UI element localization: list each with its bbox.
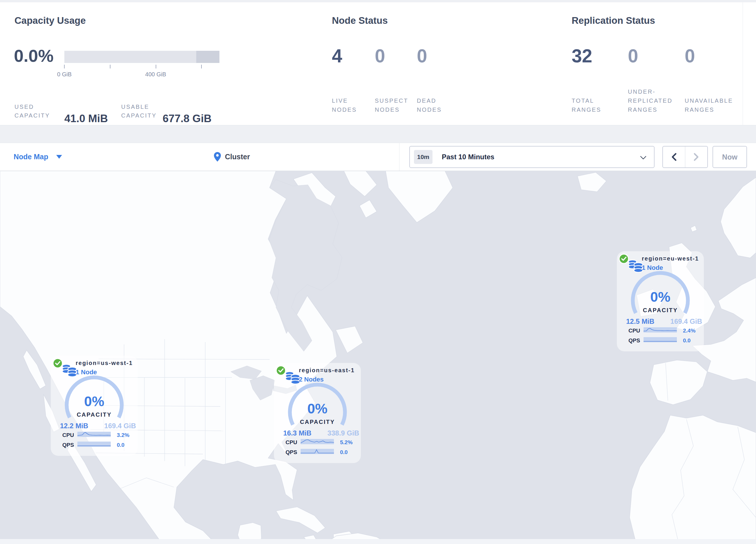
locality-capacity-percent: 0% [274, 401, 361, 417]
capacity-axis-tick [64, 65, 65, 68]
toolbar-divider [399, 143, 399, 170]
cpu-label: CPU [62, 432, 74, 438]
now-button[interactable]: Now [713, 146, 747, 168]
chevron-down-icon [640, 156, 646, 159]
view-selector-label: Node Map [14, 153, 48, 161]
time-step-buttons [662, 146, 708, 168]
capacity-axis-label-400: 400 GiB [138, 71, 173, 78]
time-back-button[interactable] [663, 146, 685, 167]
capacity-axis-tick [201, 65, 202, 68]
under-replicated-ranges-label: UNDER-REPLICATED RANGES [628, 86, 674, 114]
database-stack-icon [627, 257, 644, 273]
node-map: region=us-west-1 1 Node 0% CAPACITY 12.2… [0, 171, 756, 544]
locality-capacity-label: CAPACITY [51, 411, 138, 418]
qps-label: QPS [286, 449, 297, 456]
locality-node-count: 1 Node [76, 369, 97, 376]
locality-total-capacity: 338.9 GiB [328, 429, 359, 437]
locality-used-capacity: 12.5 MiB [626, 318, 654, 326]
cpu-label: CPU [286, 439, 297, 446]
locality-region-label: region=us-west-1 [76, 360, 133, 367]
suspect-nodes-count: 0 [375, 45, 385, 67]
qps-value: 0.0 [117, 442, 124, 448]
cluster-summary-panel: Capacity Usage 0.0% 0 GiB 400 GiB USED C… [0, 2, 756, 125]
capacity-percent: 0.0% [14, 46, 54, 66]
locality-node-count: 2 Nodes [299, 376, 324, 383]
locality-marker-eu-west-1[interactable]: region=eu-west-1 1 Node 0% CAPACITY 12.5… [617, 251, 704, 351]
qps-value: 0.0 [683, 338, 690, 344]
locality-total-capacity: 169.4 GiB [104, 422, 136, 430]
database-stack-icon [61, 362, 77, 377]
qps-sparkline [77, 441, 111, 447]
total-ranges-label: TOTAL RANGES [572, 86, 607, 114]
suspect-nodes-label: SUSPECT NODES [375, 86, 410, 114]
locality-region-label: region=eu-west-1 [642, 255, 699, 262]
capacity-axis-tick [110, 65, 110, 68]
qps-label: QPS [62, 442, 74, 448]
map-pin-icon [214, 152, 221, 162]
dead-nodes-label: DEAD NODES [417, 86, 449, 114]
capacity-bar-reserved-segment [196, 51, 219, 63]
live-nodes-count: 4 [332, 45, 342, 67]
qps-sparkline [644, 337, 677, 343]
usable-capacity-value: 677.8 GiB [163, 113, 212, 125]
cpu-value: 2.4% [683, 328, 695, 334]
qps-value: 0.0 [340, 449, 348, 456]
chevron-left-icon [671, 153, 677, 161]
database-stack-icon [284, 369, 301, 385]
map-toolbar: Node Map Cluster 10m Past 10 Minutes [0, 143, 756, 171]
live-nodes-label: LIVE NODES [332, 86, 364, 114]
qps-label: QPS [628, 338, 640, 344]
locality-total-capacity: 169.4 GiB [670, 318, 702, 326]
breadcrumb[interactable]: Cluster [214, 143, 250, 170]
locality-capacity-label: CAPACITY [274, 419, 361, 425]
cpu-value: 5.2% [340, 439, 352, 446]
time-window-label: Past 10 Minutes [442, 153, 494, 161]
locality-marker-us-east-1[interactable]: region=us-east-1 2 Nodes 0% CAPACITY 16.… [274, 363, 361, 463]
locality-capacity-percent: 0% [51, 394, 138, 409]
locality-used-capacity: 12.2 MiB [60, 422, 88, 430]
panel-divider [743, 2, 743, 125]
cpu-sparkline [644, 327, 677, 333]
cluster-overview-page: Capacity Usage 0.0% 0 GiB 400 GiB USED C… [0, 0, 756, 544]
total-ranges-count: 32 [572, 45, 592, 67]
chevron-down-icon [56, 155, 62, 159]
locality-region-label: region=us-east-1 [299, 367, 355, 374]
time-window-badge: 10m [414, 150, 432, 164]
used-capacity-value: 41.0 MiB [64, 113, 108, 125]
unavailable-ranges-label: UNAVAILABLE RANGES [685, 86, 736, 114]
capacity-usage-title: Capacity Usage [14, 15, 86, 26]
locality-marker-us-west-1[interactable]: region=us-west-1 1 Node 0% CAPACITY 12.2… [51, 356, 138, 456]
capacity-axis-label-0: 0 GiB [47, 71, 82, 78]
time-window-dropdown[interactable]: 10m Past 10 Minutes [409, 146, 655, 168]
locality-capacity-percent: 0% [617, 289, 704, 305]
chevron-right-icon [693, 153, 699, 161]
cpu-sparkline [301, 439, 334, 445]
used-capacity-label: USED CAPACITY [14, 102, 52, 120]
dead-nodes-count: 0 [417, 45, 427, 67]
locality-node-count: 1 Node [642, 264, 663, 271]
breadcrumb-label: Cluster [225, 153, 250, 161]
capacity-bar [64, 51, 219, 63]
locality-used-capacity: 16.3 MiB [283, 429, 311, 437]
unavailable-ranges-count: 0 [685, 45, 695, 67]
qps-sparkline [301, 449, 334, 454]
replication-status-title: Replication Status [572, 15, 655, 26]
node-status-title: Node Status [332, 15, 388, 26]
cpu-value: 3.2% [117, 432, 129, 438]
locality-capacity-label: CAPACITY [617, 307, 704, 314]
cpu-label: CPU [628, 328, 640, 334]
capacity-axis-tick [156, 65, 156, 68]
cpu-sparkline [77, 431, 111, 437]
time-forward-button[interactable] [685, 146, 707, 167]
usable-capacity-label: USABLE CAPACITY [121, 102, 162, 120]
under-replicated-ranges-count: 0 [628, 45, 638, 67]
view-selector-dropdown[interactable]: Node Map [14, 143, 62, 170]
map-bottom-band [0, 539, 756, 544]
